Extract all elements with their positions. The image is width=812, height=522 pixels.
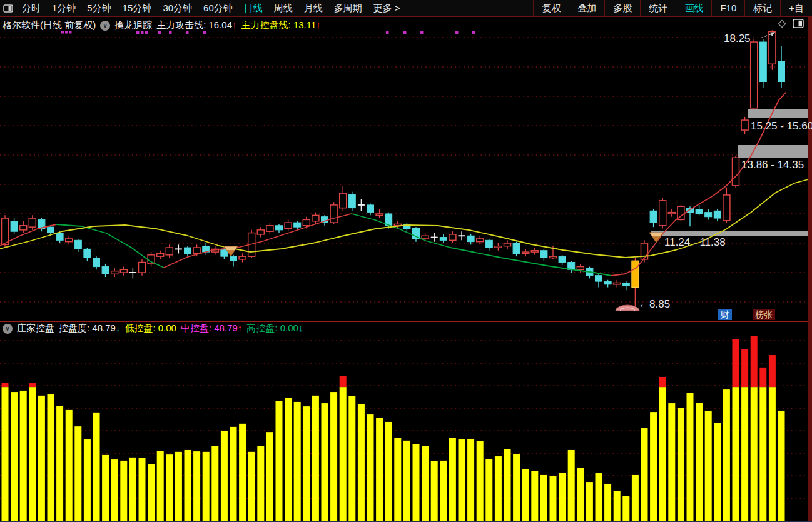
attack-up-arrow-icon: ↑ (232, 19, 237, 30)
control-bar (322, 403, 328, 521)
attack-line-value: 16.04 (209, 19, 233, 30)
tool-item-6[interactable]: 标记 (744, 0, 780, 16)
tool-item-3[interactable]: 统计 (640, 0, 676, 16)
control-bar (11, 392, 18, 521)
control-bars-canvas[interactable] (0, 322, 812, 521)
candlestick-canvas[interactable] (0, 17, 812, 321)
down-candle-body (759, 42, 766, 81)
control-bar (139, 458, 146, 521)
collapse-indicator-icon[interactable]: ∨ (100, 21, 110, 31)
control-bar (586, 482, 593, 521)
period-item-5[interactable]: 60分钟 (198, 3, 238, 14)
control-bar (111, 459, 118, 521)
period-item-0[interactable]: 分时 (16, 3, 46, 14)
mid-control-up-arrow-icon: ↑ (238, 323, 243, 333)
control-degree-field: 控盘度: 48.79↓ (59, 323, 120, 334)
period-item-4[interactable]: 30分钟 (157, 3, 198, 14)
up-candle-body (29, 218, 36, 227)
finance-badge[interactable]: 财 (718, 309, 732, 320)
down-candle-body (367, 205, 374, 213)
control-line-field: 主力控盘线: 13.11↑ (241, 19, 321, 31)
control-bar (687, 393, 694, 521)
control-bar (129, 458, 136, 521)
down-candle-body (485, 240, 492, 248)
trading-app-window: 分时1分钟5分钟15分钟30分钟60分钟日线周线月线多周期更多 > 复权叠加多股… (0, 0, 812, 522)
sub-indicator-panel[interactable] (0, 322, 812, 521)
period-item-9[interactable]: 多周期 (328, 3, 368, 14)
control-bar-red-top (769, 355, 776, 387)
control-bar (84, 439, 91, 521)
control-bar (568, 450, 575, 521)
up-candle-body (504, 243, 511, 246)
period-item-3[interactable]: 15分钟 (117, 3, 158, 14)
control-bar (20, 391, 27, 521)
control-degree-down-arrow-icon: ↓ (116, 323, 121, 333)
down-candle-body (467, 236, 474, 241)
control-bar (2, 387, 9, 521)
collapse-sub-icon[interactable]: ∨ (3, 324, 13, 334)
up-candle-body (285, 223, 292, 228)
control-bar (148, 464, 155, 521)
low-control-field: 低控盘: 0.00 (124, 323, 176, 334)
control-bar (230, 427, 237, 521)
diamond-marker-icon[interactable] (778, 19, 786, 28)
main-chart-panel[interactable] (0, 17, 812, 321)
window-split-icon[interactable] (0, 0, 16, 16)
control-bar (422, 446, 429, 521)
signal-dot (158, 31, 161, 34)
control-bar (440, 461, 447, 521)
control-bar (641, 428, 648, 521)
control-bar (449, 438, 456, 521)
period-item-2[interactable]: 5分钟 (81, 3, 116, 14)
high-control-value: 0.00 (280, 323, 298, 333)
control-bar (550, 476, 557, 521)
control-bar (157, 451, 164, 521)
pane-layout-icon[interactable] (793, 19, 804, 28)
signal-dot (403, 31, 407, 34)
zone-label-2: 13.86 - 14.35 (741, 159, 804, 171)
down-candle-body (714, 211, 721, 218)
tool-item-7[interactable]: +自 (780, 0, 812, 16)
down-candle-body (11, 221, 18, 231)
control-bar (723, 389, 730, 521)
control-bar (74, 426, 81, 521)
control-bar (38, 396, 45, 521)
control-bar-red-top (340, 376, 347, 387)
up-candle-body (376, 214, 383, 215)
up-candle-body (641, 243, 648, 259)
control-bar-red-top (751, 336, 758, 387)
right-edge-scroll-strip[interactable] (808, 17, 812, 521)
up-candle-body (733, 158, 739, 186)
tool-item-1[interactable]: 叠加 (569, 0, 604, 16)
period-item-1[interactable]: 1分钟 (46, 3, 81, 14)
control-bar-red-top (29, 383, 36, 387)
control-bar (596, 473, 602, 521)
rank-badge[interactable]: 榜张 (753, 309, 775, 320)
control-bar (504, 449, 511, 521)
period-item-8[interactable]: 月线 (298, 3, 328, 14)
control-bar (659, 387, 666, 521)
tool-item-2[interactable]: 多股 (604, 0, 640, 16)
up-candle-body (2, 218, 9, 244)
period-item-6[interactable]: 日线 (238, 3, 268, 14)
control-bar (257, 446, 264, 521)
up-candle-body (120, 269, 127, 273)
control-bar-red-top (2, 383, 9, 387)
control-bar (330, 392, 337, 521)
period-item-7[interactable]: 周线 (268, 3, 298, 14)
tool-item-5[interactable]: F10 (711, 0, 744, 16)
control-bar (733, 387, 739, 521)
control-bar (622, 496, 629, 521)
signal-dot (136, 31, 140, 34)
control-bar (540, 475, 547, 521)
tool-item-0[interactable]: 复权 (533, 0, 569, 16)
up-candle-body (20, 226, 27, 230)
tool-item-4[interactable]: 画线 (676, 0, 711, 16)
up-candle-body (139, 263, 146, 273)
control-bar (303, 406, 310, 521)
control-bar (559, 473, 566, 521)
signal-dot (186, 31, 189, 34)
indicator-name: 擒龙追踪 (114, 19, 152, 31)
control-bar (632, 475, 639, 521)
period-item-10[interactable]: 更多 > (368, 3, 406, 14)
